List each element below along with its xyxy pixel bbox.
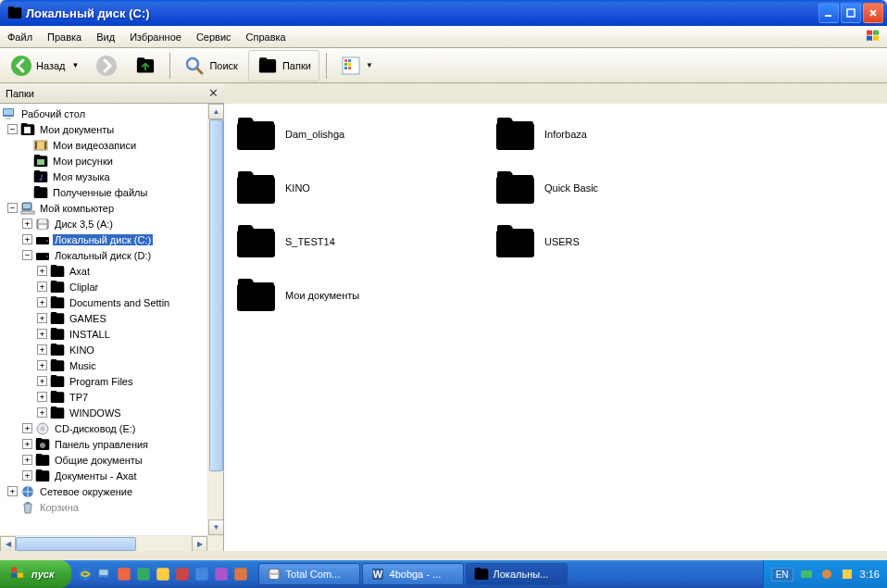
- expand-icon[interactable]: +: [22, 470, 32, 481]
- app-icon[interactable]: [232, 566, 249, 582]
- folder-item[interactable]: Inforbaza: [494, 111, 735, 157]
- tree-progfiles[interactable]: +Program Files: [0, 373, 223, 389]
- back-button[interactable]: Назад ▼: [4, 51, 85, 81]
- svg-rect-20: [344, 63, 347, 66]
- app-icon[interactable]: [194, 566, 210, 582]
- collapse-icon[interactable]: −: [7, 203, 18, 213]
- expand-icon[interactable]: +: [37, 281, 47, 292]
- expand-icon[interactable]: +: [37, 313, 47, 323]
- views-button[interactable]: ▼: [333, 51, 380, 81]
- expand-icon[interactable]: +: [37, 376, 47, 386]
- folder-item[interactable]: Dam_olishga: [235, 111, 476, 157]
- tray-icon[interactable]: [819, 567, 834, 582]
- desktop-icon[interactable]: [96, 566, 113, 582]
- scroll-thumb[interactable]: [209, 119, 223, 471]
- start-button[interactable]: пуск: [0, 560, 71, 588]
- tree-kino[interactable]: +KINO: [0, 342, 223, 357]
- menu-edit[interactable]: Правка: [40, 30, 89, 44]
- sidebar-close-button[interactable]: ✕: [208, 86, 219, 100]
- expand-icon[interactable]: +: [37, 329, 47, 339]
- tree-mydocs[interactable]: − Мои документы: [0, 121, 223, 137]
- tree-mypics[interactable]: Мои рисунки: [0, 153, 223, 169]
- language-indicator[interactable]: EN: [771, 568, 793, 582]
- expand-icon[interactable]: +: [37, 344, 47, 355]
- tree-recyclebin[interactable]: Корзина: [0, 499, 223, 515]
- scroll-right-icon[interactable]: ▶: [192, 536, 207, 551]
- scroll-down-icon[interactable]: ▼: [208, 519, 224, 535]
- expand-icon[interactable]: +: [37, 266, 47, 276]
- sidebar-vscroll[interactable]: ▲ ▼: [207, 104, 223, 551]
- tree-install[interactable]: +INSTALL: [0, 326, 223, 342]
- maximize-button[interactable]: [841, 3, 861, 23]
- expand-icon[interactable]: +: [37, 407, 47, 418]
- task-button[interactable]: W4bobga - ...: [362, 563, 464, 585]
- tree-mycomputer[interactable]: − Мой компьютер: [0, 200, 223, 216]
- tree-music[interactable]: +Music: [0, 357, 223, 373]
- tree-shareddocs[interactable]: +Общие документы: [0, 452, 223, 468]
- expand-icon[interactable]: +: [37, 297, 47, 307]
- sidebar-hscroll[interactable]: ◀ ▶: [0, 535, 207, 551]
- clock[interactable]: 3:16: [860, 569, 880, 580]
- folder-item[interactable]: KINO: [235, 165, 476, 211]
- scroll-left-icon[interactable]: ◀: [0, 536, 16, 551]
- app-icon[interactable]: [135, 566, 152, 582]
- folders-button[interactable]: Папки: [248, 50, 319, 81]
- tree-windows[interactable]: +WINDOWS: [0, 405, 223, 420]
- task-button[interactable]: Total Com...: [258, 563, 360, 585]
- expand-icon[interactable]: +: [22, 423, 32, 433]
- tree-received[interactable]: Полученные файлы: [0, 184, 223, 200]
- tree-cddrive[interactable]: +CD-дисковод (E:): [0, 420, 223, 436]
- tree-disk-d[interactable]: − Локальный диск (D:): [0, 247, 223, 263]
- network-icon: [20, 484, 35, 499]
- collapse-icon[interactable]: −: [7, 124, 18, 134]
- expand-icon[interactable]: +: [22, 219, 32, 229]
- expand-icon[interactable]: +: [22, 439, 32, 449]
- forward-button[interactable]: [89, 51, 124, 81]
- svg-rect-26: [6, 118, 11, 119]
- search-button[interactable]: Поиск: [177, 51, 244, 81]
- up-folder-button[interactable]: [128, 51, 163, 81]
- tree-disk-c[interactable]: + Локальный диск (C:): [0, 231, 223, 247]
- menu-tools[interactable]: Сервис: [189, 30, 239, 44]
- tree-network[interactable]: +Сетевое окружение: [0, 483, 223, 499]
- expand-icon[interactable]: +: [37, 392, 47, 402]
- tree-myvideos[interactable]: Мои видеозаписи: [0, 137, 223, 153]
- tree-axat[interactable]: +Axat: [0, 263, 223, 279]
- folder-item[interactable]: Quick Basic: [494, 165, 735, 211]
- scroll-up-icon[interactable]: ▲: [208, 104, 224, 119]
- tree-axatdocs[interactable]: +Документы - Axat: [0, 468, 223, 483]
- folder-item[interactable]: S_TEST14: [235, 219, 476, 265]
- tree-desktop[interactable]: Рабочий стол: [0, 106, 223, 121]
- tree-mymusic[interactable]: Моя музыка: [0, 169, 223, 184]
- tree-floppy[interactable]: + Диск 3,5 (A:): [0, 216, 223, 231]
- collapse-icon[interactable]: −: [22, 250, 32, 260]
- ie-icon[interactable]: [77, 566, 94, 582]
- app-icon[interactable]: [155, 566, 171, 582]
- scroll-thumb[interactable]: [16, 537, 136, 551]
- menu-file[interactable]: Файл: [0, 30, 40, 44]
- expand-icon[interactable]: +: [22, 455, 32, 465]
- close-button[interactable]: [863, 3, 883, 23]
- tray-icon[interactable]: [840, 567, 855, 582]
- windows-flag-icon: [9, 565, 28, 583]
- folder-item[interactable]: Мои документы: [235, 272, 476, 319]
- tree-ctrlpanel[interactable]: +Панель управления: [0, 436, 223, 452]
- app-icon[interactable]: [116, 566, 132, 582]
- tree-tp7[interactable]: +TP7: [0, 389, 223, 405]
- menu-view[interactable]: Вид: [89, 30, 122, 44]
- expand-icon[interactable]: +: [37, 360, 47, 370]
- tree-docs-settings[interactable]: +Documents and Settin: [0, 294, 223, 310]
- app-icon[interactable]: [213, 566, 230, 582]
- minimize-button[interactable]: [818, 3, 839, 23]
- svg-point-14: [96, 56, 117, 76]
- app-icon[interactable]: [174, 566, 191, 582]
- tree-games[interactable]: +GAMES: [0, 310, 223, 326]
- folder-item[interactable]: USERS: [494, 219, 735, 265]
- tray-icon[interactable]: [799, 567, 814, 582]
- task-button[interactable]: Локальны...: [466, 563, 568, 585]
- expand-icon[interactable]: +: [7, 486, 18, 496]
- tree-cliplar[interactable]: +Cliplar: [0, 279, 223, 294]
- expand-icon[interactable]: +: [22, 234, 32, 244]
- menu-favorites[interactable]: Избранное: [122, 30, 189, 44]
- menu-help[interactable]: Справка: [239, 30, 294, 44]
